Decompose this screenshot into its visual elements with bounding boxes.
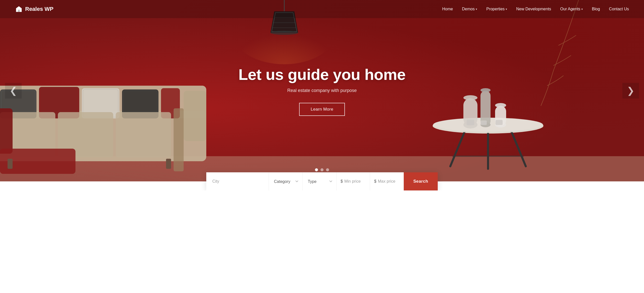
carousel-prev-button[interactable]: ❮: [5, 83, 22, 99]
type-select[interactable]: Type Buy Rent Sale: [303, 172, 336, 190]
hero-section: Let us guide you home Real estate compan…: [0, 0, 644, 181]
nav-contact-us[interactable]: Contact Us: [609, 7, 629, 11]
search-button[interactable]: Search: [404, 172, 438, 190]
nav-blog[interactable]: Blog: [592, 7, 600, 11]
nav-links: Home Demos ▾ Properties ▾ New Developmen…: [442, 7, 629, 11]
min-price-input[interactable]: [344, 179, 366, 184]
max-currency-symbol: $: [374, 179, 376, 184]
brand-name: Reales WP: [25, 6, 54, 12]
carousel-dots: [315, 168, 329, 171]
carousel-dot-3[interactable]: [326, 168, 329, 171]
category-select[interactable]: Category Residential Commercial Industri…: [269, 172, 303, 190]
svg-rect-0: [18, 10, 20, 12]
max-price-input[interactable]: [378, 179, 399, 184]
hero-content: Let us guide you home Real estate compan…: [238, 66, 406, 116]
logo[interactable]: Reales WP: [15, 5, 54, 13]
carousel-dot-2[interactable]: [320, 168, 324, 171]
demos-chevron: ▾: [476, 8, 477, 11]
learn-more-button[interactable]: Learn More: [299, 103, 345, 116]
properties-chevron: ▾: [506, 8, 507, 11]
nav-new-developments[interactable]: New Developments: [516, 7, 551, 11]
nav-demos[interactable]: Demos ▾: [462, 7, 477, 11]
nav-our-agents[interactable]: Our Agents ▾: [560, 7, 583, 11]
carousel-next-button[interactable]: ❯: [622, 83, 639, 99]
search-bar: Category Residential Commercial Industri…: [206, 172, 438, 190]
min-price-field: $: [337, 172, 370, 190]
main-nav: Reales WP Home Demos ▾ Properties ▾ New …: [0, 0, 644, 18]
min-currency-symbol: $: [341, 179, 343, 184]
nav-properties[interactable]: Properties ▾: [486, 7, 507, 11]
nav-home[interactable]: Home: [442, 7, 453, 11]
carousel-dot-1[interactable]: [315, 168, 318, 171]
hero-title: Let us guide you home: [238, 66, 406, 83]
city-input[interactable]: [206, 172, 269, 190]
hero-subtitle: Real estate company with purpose: [238, 88, 406, 93]
agents-chevron: ▾: [581, 8, 583, 11]
max-price-field: $: [370, 172, 404, 190]
